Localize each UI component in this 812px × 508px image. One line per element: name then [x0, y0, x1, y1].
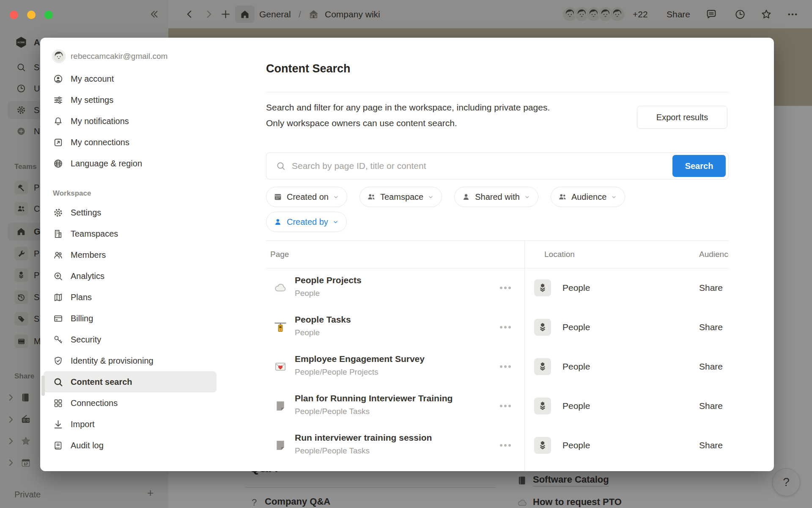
zoom-window-button[interactable]	[44, 11, 53, 19]
table-row[interactable]: Employee Engagement Survey People/People…	[220, 347, 774, 386]
menu-item-my-settings[interactable]: My settings	[44, 89, 217, 110]
search-input[interactable]	[292, 161, 672, 171]
page-column-header: Page	[270, 250, 289, 259]
location-column-header: Location	[544, 250, 575, 259]
filter-shared-with[interactable]: Shared with	[454, 187, 538, 207]
teamspace-flower-icon	[534, 279, 551, 296]
chevron-down-icon	[611, 194, 617, 200]
menu-item-teamspaces[interactable]: Teamspaces	[44, 223, 217, 244]
scroll-icon	[53, 440, 63, 451]
building-icon	[53, 229, 63, 239]
bell-icon	[53, 116, 63, 127]
audience-column-header: Audience	[699, 250, 729, 259]
description: Search and filter for any page in the wo…	[266, 99, 550, 131]
sliders-icon	[53, 95, 63, 105]
filter-created-on[interactable]: Created on	[266, 187, 347, 207]
memo-page-icon	[274, 399, 287, 413]
search-bar: Search	[266, 152, 729, 179]
menu-item-audit-log[interactable]: Audit log	[44, 435, 217, 456]
row-menu-button[interactable]	[497, 439, 514, 451]
menu-item-my-account[interactable]: My account	[44, 68, 217, 89]
menu-item-import[interactable]: Import	[44, 414, 217, 435]
filter-audience[interactable]: Audience	[551, 187, 625, 207]
person-icon	[461, 192, 471, 202]
chevron-down-icon	[524, 194, 530, 200]
gear-icon	[53, 207, 63, 218]
cloud-icon	[274, 281, 287, 295]
table-row[interactable]: People Tasks People People Share	[220, 307, 774, 347]
menu-item-identity-provisioning[interactable]: Identity & provisioning	[44, 350, 217, 371]
arrow-up-right-box-icon	[53, 137, 63, 148]
teamspace-flower-icon	[534, 319, 551, 336]
export-results-button[interactable]: Export results	[637, 106, 727, 129]
filter-created-by[interactable]: Created by	[266, 212, 347, 232]
window-controls[interactable]	[10, 11, 53, 19]
person-circle-icon	[53, 74, 63, 84]
row-menu-button[interactable]	[497, 361, 514, 373]
user-avatar	[52, 50, 66, 63]
menu-item-settings[interactable]: Settings	[44, 202, 217, 223]
search-button[interactable]: Search	[672, 155, 726, 177]
chevron-down-icon	[332, 219, 339, 225]
map-icon	[53, 292, 63, 303]
settings-dialog: rebeccamcakir@gmail.com My account My se…	[40, 38, 774, 471]
table-row[interactable]: People Projects People People Share	[220, 268, 774, 307]
row-menu-button[interactable]	[497, 400, 514, 412]
search-icon	[276, 161, 286, 171]
divider	[266, 92, 729, 92]
teamspace-flower-icon	[534, 437, 551, 454]
person-icon	[273, 217, 283, 226]
table-row[interactable]: Run interviewer training session People/…	[220, 425, 774, 465]
filter-chips: Created on Teamspace Shared with Audienc…	[266, 187, 625, 207]
scrollbar-thumb[interactable]	[41, 375, 45, 396]
chevron-down-icon	[428, 194, 434, 200]
tram-icon	[274, 320, 287, 334]
close-window-button[interactable]	[10, 11, 18, 19]
account-email: rebeccamcakir@gmail.com	[71, 52, 167, 61]
menu-item-members[interactable]: Members	[44, 244, 217, 265]
search-plus-icon	[53, 271, 63, 282]
account-header: rebeccamcakir@gmail.com	[40, 44, 220, 68]
menu-item-security[interactable]: Security	[44, 329, 217, 350]
teamspace-flower-icon	[534, 358, 551, 375]
menu-item-my-notifications[interactable]: My notifications	[44, 110, 217, 132]
table-row[interactable]: Plan for Running Interviewer Training Pe…	[220, 386, 774, 425]
menu-item-content-search[interactable]: Content search	[44, 371, 217, 392]
calendar-icon	[273, 192, 283, 202]
row-menu-button[interactable]	[497, 282, 514, 294]
love-letter-icon	[274, 360, 287, 373]
menu-item-my-connections[interactable]: My connections	[44, 132, 217, 153]
arrow-down-icon	[53, 419, 63, 430]
chevron-down-icon	[333, 194, 339, 200]
content-search-panel: Content Search Search and filter for any…	[220, 38, 774, 471]
globe-icon	[53, 158, 63, 169]
grid-icon	[53, 398, 63, 409]
people-icon	[53, 250, 63, 260]
credit-card-icon	[53, 313, 63, 324]
row-menu-button[interactable]	[497, 321, 514, 333]
teamspace-flower-icon	[534, 398, 551, 414]
menu-item-plans[interactable]: Plans	[44, 287, 217, 308]
table-top-border	[266, 240, 729, 241]
screen: General / Company wiki +22 Share A S	[0, 0, 812, 508]
key-icon	[53, 334, 63, 345]
menu-item-billing[interactable]: Billing	[44, 308, 217, 329]
menu-section-workspace: Workspace	[40, 185, 220, 202]
settings-menu: rebeccamcakir@gmail.com My account My se…	[40, 38, 220, 471]
filter-teamspace[interactable]: Teamspace	[359, 187, 442, 207]
shield-check-icon	[53, 356, 63, 366]
menu-item-language-region[interactable]: Language & region	[44, 153, 217, 174]
memo-page-icon	[274, 439, 287, 452]
page-title: Content Search	[266, 62, 351, 75]
search-icon	[53, 377, 63, 387]
menu-item-connections[interactable]: Connections	[44, 392, 217, 414]
people-icon	[367, 192, 376, 202]
people-icon	[558, 192, 567, 202]
minimize-window-button[interactable]	[27, 11, 36, 19]
menu-item-analytics[interactable]: Analytics	[44, 265, 217, 287]
